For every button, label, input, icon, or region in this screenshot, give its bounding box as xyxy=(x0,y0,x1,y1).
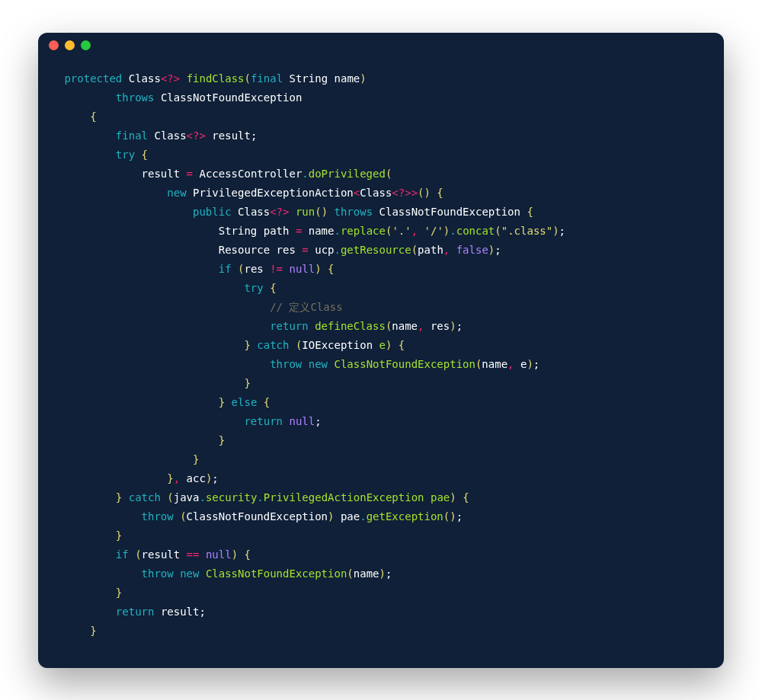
code-token: ClassNotFoundException xyxy=(379,206,520,218)
code-line: if (result == null) { xyxy=(58,545,704,564)
code-token: . xyxy=(199,491,205,503)
code-token: Class xyxy=(129,72,161,85)
code-token xyxy=(174,510,180,523)
code-token: '.' xyxy=(392,225,411,237)
code-token xyxy=(174,567,180,580)
minimize-icon[interactable] xyxy=(65,40,75,50)
code-line: protected Class<?> findClass(final Strin… xyxy=(58,69,704,88)
code-token: path xyxy=(418,244,443,256)
code-token: result xyxy=(142,548,181,561)
code-line: { xyxy=(58,107,704,126)
code-token xyxy=(302,225,308,237)
code-line: return defineClass(name, res); xyxy=(58,317,704,336)
code-token xyxy=(58,510,142,523)
code-token: null xyxy=(289,415,315,427)
code-token xyxy=(373,339,379,351)
code-token xyxy=(309,244,315,256)
code-token: } xyxy=(116,529,122,542)
code-token: final xyxy=(251,72,283,85)
code-token xyxy=(334,510,340,523)
code-token: <?> xyxy=(187,129,206,142)
code-token xyxy=(58,606,116,618)
code-token: throws xyxy=(116,91,155,104)
code-token xyxy=(328,72,334,85)
code-token: ; xyxy=(559,225,565,237)
code-token xyxy=(154,91,160,104)
code-token: if xyxy=(116,548,129,561)
code-token xyxy=(514,358,520,370)
code-token: <?> xyxy=(161,72,180,85)
code-token: () xyxy=(418,187,431,199)
code-token: { xyxy=(142,149,148,161)
code-token: res xyxy=(244,263,263,275)
code-line: } xyxy=(58,583,704,603)
code-token: ClassNotFoundException xyxy=(161,91,302,104)
code-token: ClassNotFoundException xyxy=(334,358,475,370)
code-token xyxy=(58,548,116,561)
code-token xyxy=(58,206,193,218)
code-token xyxy=(180,72,186,85)
code-token: concat xyxy=(456,225,495,237)
code-token xyxy=(58,472,167,484)
code-token: defineClass xyxy=(315,320,386,332)
code-token: ucp xyxy=(315,244,334,256)
code-token: throw xyxy=(142,510,174,523)
code-token xyxy=(58,415,244,427)
code-token: AccessController xyxy=(199,168,302,180)
code-line: throws ClassNotFoundException xyxy=(58,88,704,107)
code-token: ( xyxy=(495,225,501,237)
maximize-icon[interactable] xyxy=(81,40,91,50)
code-token: < xyxy=(354,187,360,199)
code-token xyxy=(225,396,231,408)
code-line: try { xyxy=(58,279,704,298)
code-token xyxy=(289,225,295,237)
code-token: { xyxy=(270,282,276,294)
code-token: Class xyxy=(154,129,186,142)
code-window: protected Class<?> findClass(final Strin… xyxy=(38,33,724,668)
code-line: } xyxy=(58,622,704,641)
code-token xyxy=(257,225,263,237)
code-token xyxy=(58,149,116,161)
code-token: java xyxy=(174,491,200,503)
code-line: } xyxy=(58,450,704,469)
code-token: name xyxy=(392,320,418,332)
code-token: String xyxy=(219,225,258,237)
code-line: } catch (java.security.PrivilegedActionE… xyxy=(58,488,704,507)
code-token: . xyxy=(360,510,366,523)
code-line: throw new ClassNotFoundException(name, e… xyxy=(58,355,704,374)
code-token: { xyxy=(90,110,96,123)
code-token: res xyxy=(277,244,296,256)
code-token xyxy=(58,244,219,256)
code-token: <?>> xyxy=(392,187,418,199)
code-token xyxy=(180,548,186,561)
close-icon[interactable] xyxy=(49,40,59,50)
code-token: PrivilegedExceptionAction xyxy=(193,187,354,199)
code-token: , xyxy=(443,244,450,256)
code-block: protected Class<?> findClass(final Strin… xyxy=(38,59,724,668)
code-line: }, acc); xyxy=(58,469,704,488)
code-token xyxy=(154,606,160,618)
code-line: } xyxy=(58,374,704,393)
code-token xyxy=(58,301,270,313)
code-token: null xyxy=(206,548,232,561)
code-token xyxy=(58,282,244,294)
code-token: , xyxy=(174,472,180,484)
code-token: ) xyxy=(450,491,456,503)
code-token: () xyxy=(315,206,328,218)
code-token: result xyxy=(142,168,181,180)
code-token: } xyxy=(193,453,199,465)
code-token: pae xyxy=(431,491,450,503)
code-token xyxy=(264,263,270,275)
code-token: Resource xyxy=(219,244,270,256)
code-token: . xyxy=(335,244,341,256)
code-token: new xyxy=(309,358,328,370)
code-token: return xyxy=(270,320,309,332)
code-token: ) xyxy=(232,548,238,561)
code-token: { xyxy=(264,396,270,408)
code-line: } xyxy=(58,431,704,450)
code-token xyxy=(180,168,186,180)
code-token: getException xyxy=(367,510,443,523)
code-token: return xyxy=(244,415,283,427)
code-token: () xyxy=(443,510,456,523)
code-token: res xyxy=(431,320,450,332)
